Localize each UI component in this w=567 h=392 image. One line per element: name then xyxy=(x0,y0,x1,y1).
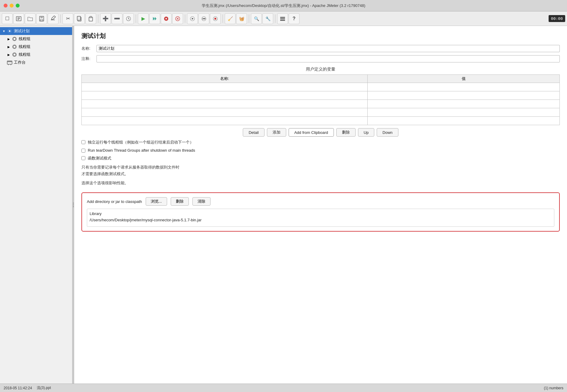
remote-run-button[interactable] xyxy=(187,13,198,24)
sidebar: ▼ 测试计划 ▶ 线程组 ▶ 线程组 xyxy=(0,26,72,384)
sidebar-item-thread-group-3[interactable]: ▶ 线程组 xyxy=(5,51,72,58)
workbench-label: 工作台 xyxy=(14,60,26,65)
comment-field-row: 注释: xyxy=(81,55,560,62)
thread-group-3-icon xyxy=(11,52,17,58)
help-button[interactable]: ? xyxy=(289,13,299,24)
delete-button[interactable]: 删除 xyxy=(336,128,356,137)
status-filename: 流(3).ppt xyxy=(37,385,51,390)
remote-stop-button[interactable] xyxy=(210,13,221,24)
content-panel: 测试计划 名称: 注释: 用户定义的变量 名称: 值 xyxy=(74,26,567,384)
classpath-list: Library /Users/hecom/Desktop/jmeter/mysq… xyxy=(87,209,554,227)
paste-button[interactable] xyxy=(85,13,96,24)
table-row-empty-4 xyxy=(82,108,560,117)
teardown-row: Run tearDown Thread Groups after shutdow… xyxy=(81,148,560,153)
run-no-pause-button[interactable] xyxy=(149,13,160,24)
browse-button[interactable]: 浏览... xyxy=(146,197,167,206)
tree-toggle-tg1[interactable]: ▶ xyxy=(7,37,11,41)
thread-group-1-icon xyxy=(11,36,17,42)
svg-rect-16 xyxy=(166,18,167,19)
comment-input[interactable] xyxy=(97,55,560,62)
independent-run-label: 独立运行每个线程组（例如在一个组运行结束后启动下一个） xyxy=(88,140,194,145)
teardown-label: Run tearDown Thread Groups after shutdow… xyxy=(88,148,195,153)
functional-mode-checkbox[interactable] xyxy=(81,156,85,160)
toggle-button[interactable] xyxy=(123,13,134,24)
panel-title: 测试计划 xyxy=(81,32,560,40)
tree-toggle-tg3[interactable]: ▶ xyxy=(7,52,11,57)
svg-rect-9 xyxy=(77,16,81,20)
remote-run-all-button[interactable] xyxy=(198,13,209,24)
variables-section-title: 用户定义的变量 xyxy=(81,67,560,72)
svg-rect-26 xyxy=(214,18,216,20)
table-row-empty-3 xyxy=(82,100,560,108)
svg-marker-24 xyxy=(204,18,206,20)
tree-toggle-tg2[interactable]: ▶ xyxy=(7,45,11,49)
tree-toggle-test-plan[interactable]: ▼ xyxy=(2,29,6,33)
thread-group-2-label: 线程组 xyxy=(19,44,30,49)
svg-rect-29 xyxy=(280,20,285,21)
sidebar-item-test-plan[interactable]: ▼ 测试计划 xyxy=(0,27,72,35)
new-button[interactable]: ☐ xyxy=(2,13,13,24)
clear-button[interactable]: 🧹 xyxy=(225,13,236,24)
classpath-section: Add directory or jar to classpath 浏览... … xyxy=(81,192,560,232)
svg-rect-39 xyxy=(7,61,12,62)
detail-button[interactable]: Detail xyxy=(243,128,264,137)
status-right: (1) numbers xyxy=(544,386,563,390)
col-value: 值 xyxy=(368,75,560,83)
svg-rect-37 xyxy=(14,54,15,55)
toolbar: ☐ ✂ ➕ ➖ ▶ xyxy=(0,11,567,26)
svg-rect-5 xyxy=(40,16,43,18)
save-button[interactable] xyxy=(36,13,47,24)
expand-button[interactable]: ➕ xyxy=(100,13,111,24)
classpath-item-jar: /Users/hecom/Desktop/jmeter/mysql-connec… xyxy=(90,217,552,223)
window-title: 学生压测.jmx (/Users/hecom/Desktop/自动化.st/学生… xyxy=(202,3,366,8)
svg-rect-28 xyxy=(280,18,285,19)
classpath-delete-button[interactable]: 删除 xyxy=(171,197,189,206)
maximize-button[interactable] xyxy=(16,4,20,8)
sidebar-item-thread-group-1[interactable]: ▶ 线程组 xyxy=(5,35,72,43)
cut-button[interactable]: ✂ xyxy=(62,13,73,24)
name-label: 名称: xyxy=(81,46,97,51)
info-text-1: 只有当你需要记录每个请求从服务器取得的数据到文件时 才需要选择函数测试模式。 xyxy=(81,164,560,177)
add-from-clipboard-button[interactable]: Add from Clipboard xyxy=(289,128,334,137)
table-row-empty-5 xyxy=(82,117,560,125)
add-button[interactable]: 添加 xyxy=(267,128,286,137)
open-templates-button[interactable] xyxy=(13,13,24,24)
up-button[interactable]: Up xyxy=(358,128,375,137)
list-button[interactable] xyxy=(277,13,288,24)
sidebar-item-workbench[interactable]: 工作台 xyxy=(0,58,72,66)
stop-button[interactable] xyxy=(161,13,172,24)
main-area: ▼ 测试计划 ▶ 线程组 ▶ 线程组 xyxy=(0,26,567,384)
copy-button[interactable] xyxy=(74,13,85,24)
close-button[interactable] xyxy=(4,4,8,8)
search-button[interactable]: 🔍 xyxy=(251,13,262,24)
independent-run-checkbox[interactable] xyxy=(81,140,85,144)
status-datetime: 2018-05 11:42:24 xyxy=(4,386,32,390)
classpath-title: Add directory or jar to classpath xyxy=(87,199,142,204)
thread-group-2-icon xyxy=(11,44,17,50)
svg-rect-33 xyxy=(14,38,15,40)
classpath-item-library: Library xyxy=(90,211,552,217)
tree-children-test-plan: ▶ 线程组 ▶ 线程组 ▶ 线程组 xyxy=(0,35,72,58)
info-button[interactable]: 🔧 xyxy=(262,13,273,24)
edit-button[interactable] xyxy=(48,13,59,24)
functional-mode-row: 函数测试模式 xyxy=(81,156,560,161)
teardown-checkbox[interactable] xyxy=(81,149,85,153)
title-bar: 学生压测.jmx (/Users/hecom/Desktop/自动化.st/学生… xyxy=(0,0,567,11)
name-input[interactable] xyxy=(97,45,560,52)
open-button[interactable] xyxy=(25,13,36,24)
run-button[interactable]: ▶ xyxy=(138,13,149,24)
down-button[interactable]: Down xyxy=(377,128,398,137)
classpath-clear-button[interactable]: 清除 xyxy=(192,197,211,206)
table-row-empty-1 xyxy=(82,83,560,91)
table-row-empty-2 xyxy=(82,91,560,100)
comment-label: 注释: xyxy=(81,56,97,62)
collapse-button[interactable]: ➖ xyxy=(112,13,122,24)
test-plan-label: 测试计划 xyxy=(14,28,30,34)
shutdown-button[interactable] xyxy=(172,13,183,24)
minimize-button[interactable] xyxy=(10,4,14,8)
sidebar-item-thread-group-2[interactable]: ▶ 线程组 xyxy=(5,43,72,51)
clear-all-button[interactable]: 🧺 xyxy=(236,13,247,24)
workbench-icon xyxy=(7,59,13,65)
svg-marker-21 xyxy=(192,18,194,20)
timer-display: 00:00 xyxy=(549,15,565,22)
